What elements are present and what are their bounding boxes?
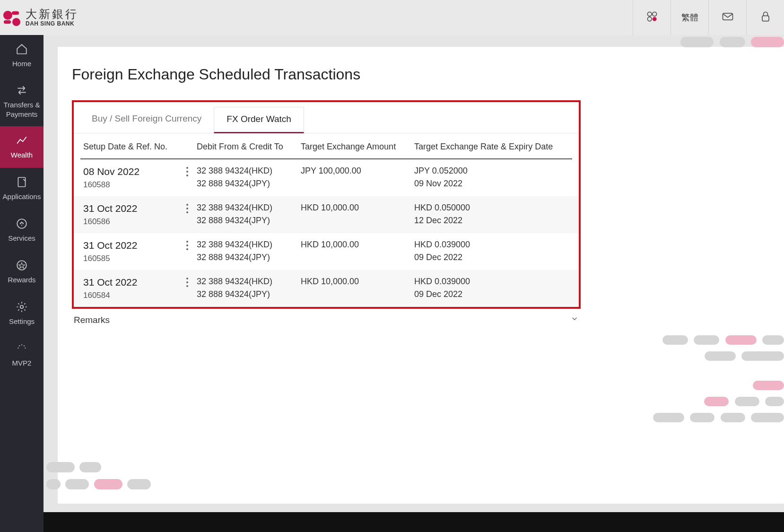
row-amount: HKD 10,000.00: [301, 277, 414, 287]
footer-bar: [44, 512, 784, 532]
svg-rect-9: [762, 16, 769, 21]
row-menu-button[interactable]: [178, 166, 197, 177]
tab-fx-order-watch[interactable]: FX Order Watch: [214, 107, 304, 133]
workarea: Foreign Exchange Scheduled Transactions …: [44, 35, 784, 532]
row-expiry: 12 Dec 2022: [414, 216, 569, 226]
row-expiry: 09 Dec 2022: [414, 289, 569, 299]
svg-point-19: [186, 211, 188, 213]
sidebar-item-settings[interactable]: Settings: [0, 293, 44, 334]
table-row[interactable]: 31 Oct 2022 160586 32 388 94324(HKD) 32 …: [74, 196, 579, 233]
row-ref: 160585: [83, 254, 178, 263]
svg-point-0: [3, 11, 12, 20]
svg-rect-10: [18, 178, 25, 187]
svg-point-7: [652, 17, 656, 21]
row-debit: 32 388 94324(HKD): [197, 277, 301, 287]
row-menu-button[interactable]: [178, 240, 197, 251]
row-date: 31 Oct 2022: [83, 240, 178, 251]
sidebar-item-label: Wealth: [11, 150, 33, 160]
tab-label: FX Order Watch: [226, 114, 291, 124]
bank-logo-icon: [3, 9, 21, 26]
row-date: 08 Nov 2022: [83, 166, 178, 177]
row-debit: 32 388 94324(HKD): [197, 166, 301, 176]
sidebar-item-applications[interactable]: Applications: [0, 168, 44, 209]
row-menu-button[interactable]: [178, 203, 197, 214]
sidebar-item-label: Rewards: [8, 275, 35, 285]
language-button[interactable]: 繁體: [671, 0, 708, 35]
row-credit: 32 888 94324(JPY): [197, 289, 301, 299]
svg-point-16: [186, 174, 188, 176]
svg-point-24: [186, 281, 188, 283]
lock-icon: [759, 10, 772, 25]
row-ref: 160586: [83, 217, 178, 227]
apps-icon: [645, 10, 659, 25]
sidebar-item-services[interactable]: Services: [0, 209, 44, 251]
row-rate: HKD 0.039000: [414, 277, 569, 287]
row-menu-button[interactable]: [178, 277, 197, 288]
col-debit-credit: Debit From & Credit To: [197, 142, 301, 152]
content-card: Foreign Exchange Scheduled Transactions …: [58, 47, 784, 504]
row-rate: HKD 0.039000: [414, 240, 569, 250]
svg-point-3: [12, 18, 20, 26]
remarks-toggle[interactable]: Remarks: [72, 309, 581, 325]
row-ref: 160584: [83, 291, 178, 300]
mail-icon: [721, 10, 734, 25]
svg-point-14: [186, 167, 188, 169]
row-debit: 32 388 94324(HKD): [197, 203, 301, 213]
svg-point-18: [186, 208, 188, 209]
row-credit: 32 888 94324(JPY): [197, 216, 301, 226]
row-credit: 32 888 94324(JPY): [197, 179, 301, 189]
svg-rect-1: [12, 11, 19, 15]
svg-rect-2: [4, 20, 11, 24]
svg-point-4: [647, 12, 652, 16]
svg-point-17: [186, 204, 188, 206]
sidebar-item-transfers[interactable]: Transfers & Payments: [0, 77, 44, 126]
row-expiry: 09 Dec 2022: [414, 253, 569, 262]
svg-point-23: [186, 278, 188, 279]
svg-point-13: [20, 305, 24, 309]
svg-point-15: [186, 171, 188, 173]
row-debit: 32 388 94324(HKD): [197, 240, 301, 250]
table-header: Setup Date & Ref. No. Debit From & Credi…: [80, 133, 572, 159]
apps-button[interactable]: [633, 0, 671, 35]
bank-logo-text-en: DAH SING BANK: [26, 21, 78, 26]
col-target-rate: Target Exchange Rate & Expiry Date: [414, 142, 569, 152]
page-title: Foreign Exchange Scheduled Transactions: [72, 66, 784, 83]
row-expiry: 09 Nov 2022: [414, 179, 569, 189]
svg-point-21: [186, 244, 188, 246]
table-row[interactable]: 31 Oct 2022 160584 32 388 94324(HKD) 32 …: [74, 270, 579, 307]
sidebar-item-rewards[interactable]: Rewards: [0, 251, 44, 293]
language-label: 繁體: [681, 12, 698, 23]
mail-button[interactable]: [708, 0, 746, 35]
row-rate: JPY 0.052000: [414, 166, 569, 176]
sidebar-item-label: MVP2: [12, 358, 32, 368]
svg-point-22: [186, 248, 188, 250]
svg-point-5: [652, 12, 656, 16]
bank-logo-text-cn: 大新銀行: [26, 9, 78, 20]
sidebar-item-label: Transfers & Payments: [2, 100, 42, 119]
table-row[interactable]: 08 Nov 2022 160588 32 388 94324(HKD) 32 …: [74, 159, 579, 196]
row-ref: 160588: [83, 180, 178, 190]
sidebar-item-home[interactable]: Home: [0, 35, 44, 77]
col-setup-date: Setup Date & Ref. No.: [83, 142, 178, 152]
svg-point-25: [186, 285, 188, 287]
row-credit: 32 888 94324(JPY): [197, 253, 301, 262]
lock-button[interactable]: [746, 0, 784, 35]
svg-point-6: [647, 17, 652, 21]
sidebar-item-label: Applications: [3, 192, 41, 201]
sidebar-item-mvp2[interactable]: MVP2: [0, 334, 44, 376]
table-row[interactable]: 31 Oct 2022 160585 32 388 94324(HKD) 32 …: [74, 233, 579, 270]
header: 大新銀行 DAH SING BANK 繁體: [0, 0, 784, 35]
tabs: Buy / Sell Foreign Currency FX Order Wat…: [74, 102, 579, 133]
tab-buy-sell-fx[interactable]: Buy / Sell Foreign Currency: [79, 107, 214, 133]
row-rate: HKD 0.050000: [414, 203, 569, 213]
sidebar-item-wealth[interactable]: Wealth: [0, 126, 44, 168]
col-target-amount: Target Exchange Amount: [301, 142, 414, 152]
fx-table-region: Buy / Sell Foreign Currency FX Order Wat…: [72, 100, 581, 309]
chevron-down-icon: [570, 314, 579, 325]
remarks-label: Remarks: [74, 315, 110, 325]
row-amount: JPY 100,000.00: [301, 166, 414, 176]
sidebar-item-label: Services: [8, 234, 35, 243]
sidebar-item-label: Home: [12, 59, 31, 69]
sidebar-item-label: Settings: [9, 317, 35, 326]
tab-label: Buy / Sell Foreign Currency: [92, 113, 201, 123]
